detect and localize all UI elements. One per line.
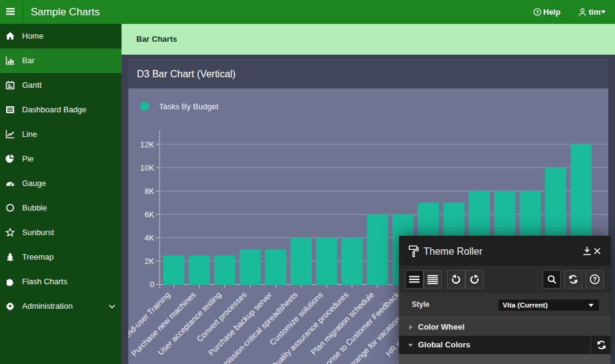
svg-text:0: 0 [150,280,154,289]
svg-text:10K: 10K [140,163,154,172]
svg-text:?: ? [593,276,597,283]
svg-text:?: ? [536,9,539,15]
svg-text:8K: 8K [145,187,155,196]
svg-text:Tasks By Budget: Tasks By Budget [159,102,219,111]
svg-text:2K: 2K [145,257,155,266]
svg-text:4K: 4K [145,233,155,242]
svg-text:12K: 12K [140,140,154,149]
svg-text:6K: 6K [145,210,155,219]
